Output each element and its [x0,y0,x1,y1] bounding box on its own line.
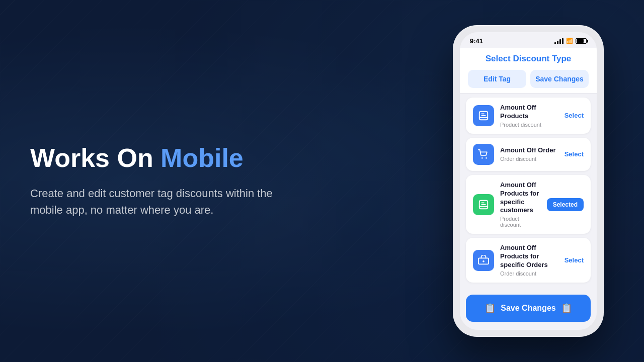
selected-button-3[interactable]: Selected [547,198,584,211]
save-icon-left: 📋 [485,303,496,314]
select-button-2[interactable]: Select [565,148,584,160]
save-changes-bottom-button[interactable]: 📋 Save Changes 📋 [466,295,591,322]
discount-subtitle-4: Order discount [500,270,558,277]
discount-title-3: Amount Off Products for specific custome… [500,181,541,215]
discount-info-1: Amount Off Products Product discount [500,104,558,128]
edit-tag-button[interactable]: Edit Tag [468,70,526,88]
discount-title-2: Amount Off Order [500,146,558,155]
order-discount-icon [473,144,494,165]
discount-list: Amount Off Products Product discount Sel… [460,94,597,291]
svg-point-5 [482,260,485,262]
select-button-1[interactable]: Select [565,110,584,121]
discount-item-amount-off-products: Amount Off Products Product discount Sel… [466,98,591,134]
status-icons: 📶 [554,38,587,44]
main-heading: Works On Mobile [30,144,282,172]
discount-title-1: Amount Off Products [500,104,558,121]
heading-highlight: Mobile [160,143,244,172]
phone-mockup: 9:41 📶 Sele [453,25,604,337]
save-bottom-text: Save Changes [501,304,555,313]
header-buttons: Edit Tag Save Changes [468,70,589,88]
discount-subtitle-1: Product discount [500,122,558,128]
signal-bars-icon [554,38,564,44]
phone-body: 9:41 📶 Sele [453,25,604,337]
left-section: Works On Mobile Create and edit customer… [0,144,282,218]
discount-info-3: Amount Off Products for specific custome… [500,181,541,228]
heading-plain: Works On [30,143,160,172]
screen-content: Select Discount Type Edit Tag Save Chang… [460,48,597,330]
select-button-4[interactable]: Select [565,254,584,266]
phone-screen: 9:41 📶 Sele [460,32,597,330]
status-bar: 9:41 📶 [460,32,597,48]
product-discount-icon [473,105,494,126]
screen-title: Select Discount Type [468,54,589,64]
sub-description: Create and edit customer tag discounts w… [30,185,282,218]
wifi-icon: 📶 [566,38,573,44]
discount-item-specific-orders: Amount Off Products for specific Orders … [466,238,591,283]
discount-info-4: Amount Off Products for specific Orders … [500,244,558,277]
discount-subtitle-3: Product discount [500,216,541,228]
status-time: 9:41 [470,37,483,45]
screen-header: Select Discount Type Edit Tag Save Chang… [460,48,597,94]
svg-point-2 [486,157,487,159]
discount-subtitle-2: Order discount [500,156,558,162]
discount-item-specific-customers: Amount Off Products for specific custome… [466,175,591,234]
discount-info-2: Amount Off Order Order discount [500,146,558,162]
discount-title-4: Amount Off Products for specific Orders [500,244,558,269]
specific-customers-icon [473,194,494,215]
svg-point-1 [481,157,483,159]
save-icon-right: 📋 [561,303,572,314]
battery-icon [576,38,587,44]
discount-item-amount-off-order: Amount Off Order Order discount Select [466,138,591,171]
save-changes-header-button[interactable]: Save Changes [530,70,589,88]
specific-orders-icon [473,250,494,271]
